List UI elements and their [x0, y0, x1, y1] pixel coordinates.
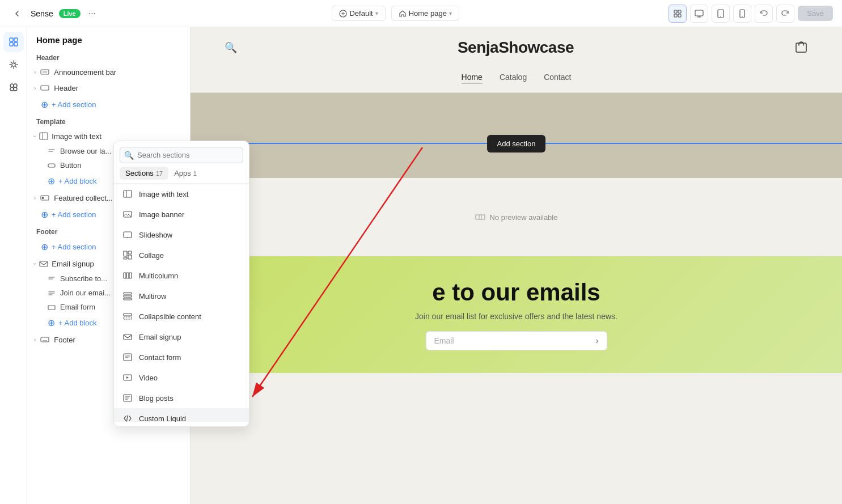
- footer-label: Footer: [54, 336, 75, 344]
- nav-pages-icon[interactable]: [3, 32, 24, 52]
- chevron-down-icon: ›: [32, 135, 38, 137]
- announcement-bar-item[interactable]: › Announcement bar: [27, 64, 190, 80]
- section-collage[interactable]: Collage: [114, 245, 249, 265]
- cart-icon[interactable]: [794, 40, 808, 56]
- site-name: SenjaShowcase: [458, 39, 574, 57]
- footer-add-section-label: + Add section: [52, 210, 96, 219]
- section-video[interactable]: Video: [114, 367, 249, 388]
- svg-rect-32: [124, 232, 132, 238]
- section-collapsible[interactable]: Collapsible content: [114, 306, 249, 327]
- no-preview-area: No preview available: [191, 178, 842, 256]
- mobile-icon-btn[interactable]: [733, 5, 751, 23]
- undo-button[interactable]: [755, 5, 773, 23]
- add-section-button[interactable]: Add section: [487, 135, 546, 153]
- redo-button[interactable]: [776, 5, 794, 23]
- dropdown-tabs: Sections 17 Apps 1: [114, 167, 249, 184]
- image-text-icon: [122, 188, 133, 200]
- panel-title: Home page: [27, 27, 190, 49]
- svg-point-18: [14, 87, 17, 91]
- text-icon: [48, 147, 56, 155]
- image-with-text-label: Image with text: [52, 132, 101, 141]
- section-item-label: Image banner: [139, 210, 184, 219]
- section-email-signup[interactable]: Email signup: [114, 327, 249, 347]
- svg-point-15: [10, 84, 14, 87]
- more-options-button[interactable]: ···: [86, 6, 98, 21]
- save-button[interactable]: Save: [798, 6, 833, 21]
- header-item[interactable]: › Header: [27, 80, 190, 96]
- default-theme-button[interactable]: Default ▾: [332, 6, 385, 21]
- header-add-section-btn[interactable]: ⊕ + Add section: [27, 96, 190, 113]
- section-custom-liquid[interactable]: Custom Liquid: [114, 408, 249, 422]
- text-icon: [48, 275, 56, 283]
- section-image-banner[interactable]: Image banner: [114, 204, 249, 225]
- svg-rect-24: [42, 197, 44, 199]
- svg-rect-25: [40, 261, 48, 266]
- svg-point-7: [721, 16, 722, 17]
- svg-rect-11: [14, 38, 18, 41]
- tablet-icon-btn[interactable]: [712, 5, 730, 23]
- section-slideshow[interactable]: Slideshow: [114, 225, 249, 245]
- nav-catalog[interactable]: Catalog: [500, 73, 527, 83]
- search-icon[interactable]: 🔍: [225, 41, 237, 54]
- app-name: Sense: [31, 9, 53, 18]
- dropdown-list: Image with text Image banner Slideshow C…: [114, 184, 249, 422]
- search-sections-input[interactable]: [120, 147, 243, 163]
- nav-apps-icon[interactable]: [3, 77, 24, 98]
- section-multicolumn[interactable]: Multicolumn: [114, 265, 249, 286]
- chevron-right-icon: ›: [596, 336, 599, 345]
- svg-rect-40: [129, 273, 132, 278]
- svg-point-33: [127, 237, 128, 238]
- apps-tab-label: Apps: [174, 169, 191, 177]
- site-nav: Home Catalog Contact: [191, 68, 842, 93]
- svg-point-16: [14, 84, 17, 87]
- multirow-icon: [122, 290, 133, 302]
- svg-rect-42: [124, 295, 132, 297]
- section-blog-posts[interactable]: Blog posts: [114, 388, 249, 408]
- section-item-label: Collapsible content: [139, 312, 201, 321]
- svg-rect-38: [124, 273, 126, 278]
- home-page-button[interactable]: Home page ▾: [391, 6, 459, 21]
- svg-rect-39: [126, 273, 129, 278]
- section-item-label: Image with text: [139, 190, 188, 198]
- blog-icon: [122, 392, 133, 404]
- email-form-label: Email form: [60, 303, 95, 311]
- back-icon[interactable]: [9, 6, 25, 22]
- section-image-with-text[interactable]: Image with text: [114, 184, 249, 204]
- section-contact-form[interactable]: Contact form: [114, 347, 249, 367]
- svg-rect-45: [124, 317, 132, 319]
- svg-rect-29: [476, 215, 485, 219]
- sections-tab-count: 17: [156, 170, 163, 177]
- customize-icon-btn[interactable]: [668, 5, 687, 23]
- svg-rect-47: [124, 354, 132, 361]
- svg-rect-34: [124, 251, 127, 256]
- code-icon: [122, 413, 133, 422]
- svg-rect-43: [124, 298, 132, 300]
- svg-rect-13: [14, 43, 18, 46]
- email-input-row[interactable]: Email ›: [426, 331, 607, 350]
- desktop-icon-btn[interactable]: [690, 5, 708, 23]
- sections-tab[interactable]: Sections 17: [120, 167, 168, 180]
- grid-icon: [475, 212, 485, 222]
- svg-rect-26: [48, 306, 55, 310]
- add-section-icon: ⊕: [41, 99, 48, 110]
- image-text-icon: [39, 132, 48, 141]
- svg-rect-20: [41, 86, 49, 90]
- video-icon: [122, 372, 133, 383]
- featured-collection-label: Featured collect...: [54, 194, 112, 202]
- section-item-label: Custom Liquid: [139, 414, 186, 422]
- multicolumn-icon: [122, 270, 133, 281]
- nav-contact[interactable]: Contact: [544, 73, 571, 83]
- collection-icon: [40, 193, 49, 202]
- paragraph-icon: [48, 289, 56, 297]
- section-multirow[interactable]: Multirow: [114, 286, 249, 306]
- default-label: Default: [349, 9, 373, 18]
- nav-settings-icon[interactable]: [3, 54, 24, 75]
- sections-tab-label: Sections: [125, 169, 154, 177]
- svg-rect-2: [678, 10, 681, 13]
- chevron-icon: ›: [34, 337, 36, 343]
- email-signup-icon: [122, 331, 133, 342]
- nav-home[interactable]: Home: [462, 73, 483, 83]
- footer-icon: [40, 335, 49, 344]
- apps-tab[interactable]: Apps 1: [168, 167, 202, 180]
- sections-dropdown: 🔍 Sections 17 Apps 1 Image with text Ima…: [113, 141, 249, 427]
